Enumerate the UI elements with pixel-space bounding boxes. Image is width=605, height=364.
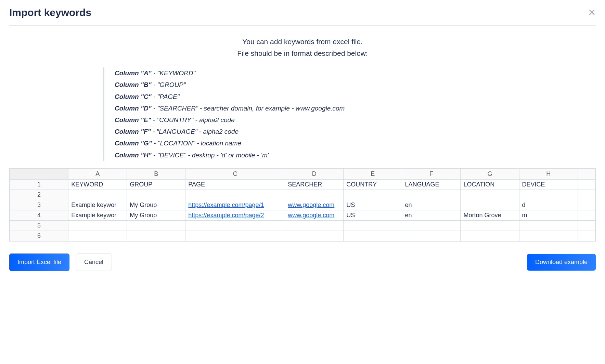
close-icon[interactable]: ✕ <box>588 8 596 17</box>
cell <box>185 220 285 231</box>
cell <box>519 190 578 200</box>
sheet-corner <box>10 168 68 179</box>
col-b-desc: Column "B" - "GROUP" <box>115 79 596 91</box>
example-spreadsheet: A B C D E F G H 1KEYWORDGROUPPAGESEARCHE… <box>9 168 596 242</box>
col-header-c: C <box>185 168 285 179</box>
cell <box>285 231 344 241</box>
cell: Example keywor <box>68 200 127 210</box>
cell <box>519 220 578 231</box>
cell <box>127 231 185 241</box>
col-header-b: B <box>127 168 185 179</box>
cell <box>68 190 127 200</box>
cell: PAGE <box>185 179 285 190</box>
cell <box>285 190 344 200</box>
col-c-desc: Column "C" - "PAGE" <box>115 91 596 103</box>
import-excel-button[interactable]: Import Excel file <box>9 254 69 271</box>
row-number: 3 <box>10 200 68 210</box>
cell: www.google.com <box>285 210 344 220</box>
col-a-desc: Column "A" - "KEYWORD" <box>115 67 596 79</box>
cell <box>402 231 461 241</box>
cell-blank <box>578 190 595 200</box>
cell <box>344 190 402 200</box>
cell: US <box>344 200 402 210</box>
table-row: 4Example keyworMy Grouphttps://example.c… <box>10 210 595 220</box>
cell: https://example.com/page/2 <box>185 210 285 220</box>
cell <box>185 190 285 200</box>
cell-blank <box>578 200 595 210</box>
cell: COUNTRY <box>344 179 402 190</box>
table-row: 1KEYWORDGROUPPAGESEARCHERCOUNTRYLANGUAGE… <box>10 179 595 190</box>
cell: My Group <box>127 200 185 210</box>
row-number: 5 <box>10 220 68 231</box>
col-header-f: F <box>402 168 461 179</box>
cell: LOCATION <box>461 179 519 190</box>
footer-left: Import Excel file Cancel <box>9 254 112 271</box>
col-e-desc: Column "E" - "COUNTRY" - alpha2 code <box>115 114 596 126</box>
cell <box>127 220 185 231</box>
row-number: 1 <box>10 179 68 190</box>
cell: en <box>402 200 461 210</box>
cell <box>519 231 578 241</box>
cell <box>402 220 461 231</box>
cancel-button[interactable]: Cancel <box>76 254 112 271</box>
cell: www.google.com <box>285 200 344 210</box>
cell-blank <box>578 220 595 231</box>
cell-blank <box>578 231 595 241</box>
table-row: 6 <box>10 231 595 241</box>
col-d-desc: Column "D" - "SEARCHER" - searcher domai… <box>115 103 596 114</box>
cell: Morton Grove <box>461 210 519 220</box>
dialog-footer: Import Excel file Cancel Download exampl… <box>9 254 596 271</box>
cell: d <box>519 200 578 210</box>
cell: Example keywor <box>68 210 127 220</box>
cell: m <box>519 210 578 220</box>
cell: https://example.com/page/1 <box>185 200 285 210</box>
table-row: 2 <box>10 190 595 200</box>
col-g-desc: Column "G" - "LOCATION" - location name <box>115 138 596 149</box>
sheet-col-headers: A B C D E F G H <box>10 168 595 179</box>
cell <box>68 231 127 241</box>
col-header-a: A <box>68 168 127 179</box>
cell: My Group <box>127 210 185 220</box>
dialog-title: Import keywords <box>9 7 91 18</box>
cell-blank <box>578 179 595 190</box>
cell <box>344 231 402 241</box>
cell: DEVICE <box>519 179 578 190</box>
cell: SEARCHER <box>285 179 344 190</box>
download-example-button[interactable]: Download example <box>527 254 596 271</box>
cell: US <box>344 210 402 220</box>
cell: KEYWORD <box>68 179 127 190</box>
col-header-e: E <box>344 168 402 179</box>
dialog-header: Import keywords ✕ <box>9 7 596 26</box>
row-number: 2 <box>10 190 68 200</box>
cell <box>185 231 285 241</box>
table-row: 3Example keyworMy Grouphttps://example.c… <box>10 200 595 210</box>
cell: en <box>402 210 461 220</box>
cell <box>461 190 519 200</box>
intro-line1: You can add keywords from excel file. <box>9 36 596 48</box>
table-row: 5 <box>10 220 595 231</box>
cell <box>68 220 127 231</box>
cell <box>402 190 461 200</box>
col-header-d: D <box>285 168 344 179</box>
cell <box>461 220 519 231</box>
row-number: 6 <box>10 231 68 241</box>
cell <box>344 220 402 231</box>
cell: GROUP <box>127 179 185 190</box>
cell <box>127 190 185 200</box>
col-header-g: G <box>461 168 519 179</box>
intro-line2: File should be in format described below… <box>9 48 596 59</box>
intro-text: You can add keywords from excel file. Fi… <box>9 36 596 59</box>
col-header-h: H <box>519 168 578 179</box>
col-h-desc: Column "H" - "DEVICE" - desktop - 'd' or… <box>115 150 596 161</box>
cell <box>461 231 519 241</box>
col-header-blank <box>578 168 595 179</box>
cell-blank <box>578 210 595 220</box>
cell <box>461 200 519 210</box>
col-f-desc: Column "F" - "LANGUAGE" - alpha2 code <box>115 126 596 138</box>
row-number: 4 <box>10 210 68 220</box>
column-instructions: Column "A" - "KEYWORD" Column "B" - "GRO… <box>103 67 596 161</box>
cell <box>285 220 344 231</box>
cell: LANGUAGE <box>402 179 461 190</box>
